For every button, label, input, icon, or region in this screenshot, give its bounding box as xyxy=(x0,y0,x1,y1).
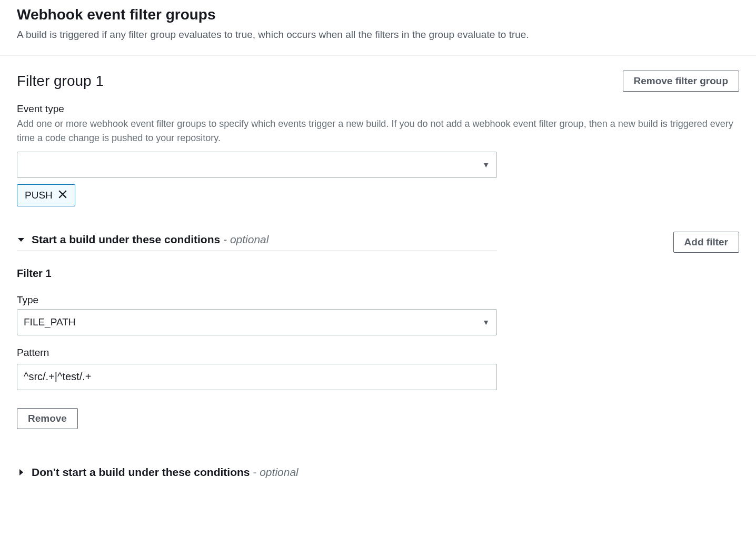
event-type-field: Event type Add one or more webhook event… xyxy=(17,103,739,206)
filter-pattern-label: Pattern xyxy=(17,347,739,359)
caret-down-icon xyxy=(17,235,25,244)
dont-start-conditions-title: Don't start a build under these conditio… xyxy=(32,466,299,479)
token-remove-button[interactable] xyxy=(58,190,67,201)
filter-block: Filter 1 Type FILE_PATH ▼ Pattern Remove xyxy=(17,267,739,429)
filter-type-label: Type xyxy=(17,294,739,306)
remove-filter-group-button[interactable]: Remove filter group xyxy=(623,71,739,92)
event-type-select[interactable] xyxy=(17,152,497,178)
caret-right-icon xyxy=(17,468,25,476)
start-conditions-header[interactable]: Start a build under these conditions - o… xyxy=(17,233,497,251)
close-icon xyxy=(58,190,67,201)
filter-group-header: Filter group 1 Remove filter group xyxy=(17,71,739,92)
svg-marker-1 xyxy=(19,469,23,475)
page-title: Webhook event filter groups xyxy=(17,6,739,23)
start-conditions-title: Start a build under these conditions - o… xyxy=(32,233,268,246)
filter-group-title: Filter group 1 xyxy=(17,73,104,90)
filter-type-select[interactable]: FILE_PATH xyxy=(17,309,497,335)
dont-start-conditions-header[interactable]: Don't start a build under these conditio… xyxy=(17,466,497,479)
page-description: A build is triggered if any filter group… xyxy=(17,27,739,43)
event-type-label: Event type xyxy=(17,103,739,115)
event-type-description: Add one or more webhook event filter gro… xyxy=(17,117,739,145)
token-label: PUSH xyxy=(25,190,53,201)
section-divider xyxy=(0,55,756,56)
event-type-token: PUSH xyxy=(17,184,75,206)
remove-filter-button[interactable]: Remove xyxy=(17,408,78,429)
event-type-tokens: PUSH xyxy=(17,184,739,206)
add-filter-button[interactable]: Add filter xyxy=(673,232,739,253)
filter-title: Filter 1 xyxy=(17,267,739,280)
filter-pattern-input[interactable] xyxy=(17,364,497,390)
svg-marker-0 xyxy=(18,238,24,242)
